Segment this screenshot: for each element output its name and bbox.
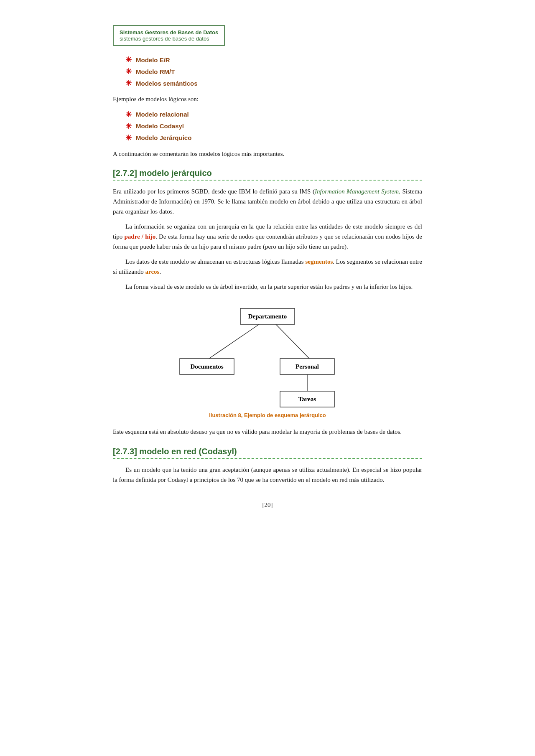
para3-segmentos: segmentos xyxy=(305,258,333,265)
section-273-heading: [2.7.3] modelo en red (Codasyl) xyxy=(113,447,422,459)
svg-text:Departamento: Departamento xyxy=(248,313,287,320)
bullet-label: Modelo Codasyl xyxy=(136,122,184,130)
list-item: ✳ Modelos semánticos xyxy=(125,79,422,88)
para3-before: Los datos de este modelo se almacenan en… xyxy=(125,258,305,265)
page-number: [20] xyxy=(113,501,422,509)
para3-after: . xyxy=(159,268,161,275)
list-item: ✳ Modelo RM/T xyxy=(125,67,422,76)
star-icon: ✳ xyxy=(125,110,132,119)
star-icon: ✳ xyxy=(125,67,132,76)
header-line1: Sistemas Gestores de Bases de Datos xyxy=(120,29,218,36)
para1-before: Era utilizado por los primeros SGBD, des… xyxy=(113,188,315,195)
star-icon: ✳ xyxy=(125,122,132,131)
diagram-caption: Ilustración 8, Ejemplo de esquema jerárq… xyxy=(113,412,422,418)
bullet-label: Modelo E/R xyxy=(136,56,170,64)
continuacion-text: A continuación se comentarán los modelos… xyxy=(113,149,422,159)
section-272-para4: La forma visual de este modelo es de árb… xyxy=(113,282,422,292)
para3-arcos: arcos xyxy=(145,268,160,275)
tree-svg: Departamento Documentos Personal Tareas xyxy=(167,300,368,409)
intro-text: Ejemplos de modelos lógicos son: xyxy=(113,94,422,104)
logical-bullet-list: ✳ Modelo relacional ✳ Modelo Codasyl ✳ M… xyxy=(113,110,422,143)
section-272-para2: La información se organiza con un jerarq… xyxy=(113,221,422,252)
section-273-para1: Es un modelo que ha tenido una gran acep… xyxy=(113,465,422,485)
section-272-heading: [2.7.2] modelo jerárquico xyxy=(113,168,422,181)
section-272-para1: Era utilizado por los primeros SGBD, des… xyxy=(113,186,422,216)
svg-text:Personal: Personal xyxy=(296,363,319,370)
bullet-label: Modelo Jerárquico xyxy=(136,134,191,141)
para1-italic: Information Management System, xyxy=(315,188,400,195)
header-box: Sistemas Gestores de Bases de Datos sist… xyxy=(113,25,225,46)
intro-bullet-list: ✳ Modelo E/R ✳ Modelo RM/T ✳ Modelos sem… xyxy=(113,55,422,88)
svg-text:Documentos: Documentos xyxy=(190,363,223,370)
section-272-para5: Este esquema está en absoluto desuso ya … xyxy=(113,427,422,437)
bullet-label: Modelo RM/T xyxy=(136,68,175,75)
para2-colored: padre / hijo xyxy=(124,233,155,240)
bullet-label: Modelos semánticos xyxy=(136,80,198,87)
para2-after: . De esta forma hay una serie de nodos q… xyxy=(113,233,422,250)
list-item: ✳ Modelo Jerárquico xyxy=(125,133,422,143)
header-line2: sistemas gestores de bases de datos xyxy=(120,36,218,42)
svg-line-3 xyxy=(276,324,309,359)
list-item: ✳ Modelo relacional xyxy=(125,110,422,119)
section-272-para3: Los datos de este modelo se almacenan en… xyxy=(113,257,422,277)
bullet-label: Modelo relacional xyxy=(136,111,189,118)
svg-text:Tareas: Tareas xyxy=(298,396,316,402)
star-icon: ✳ xyxy=(125,79,132,88)
list-item: ✳ Modelo Codasyl xyxy=(125,122,422,131)
list-item: ✳ Modelo E/R xyxy=(125,55,422,64)
page-container: Sistemas Gestores de Bases de Datos sist… xyxy=(79,0,456,542)
star-icon: ✳ xyxy=(125,133,132,143)
star-icon: ✳ xyxy=(125,55,132,64)
tree-diagram: Departamento Documentos Personal Tareas xyxy=(113,300,422,409)
svg-line-2 xyxy=(209,324,259,359)
